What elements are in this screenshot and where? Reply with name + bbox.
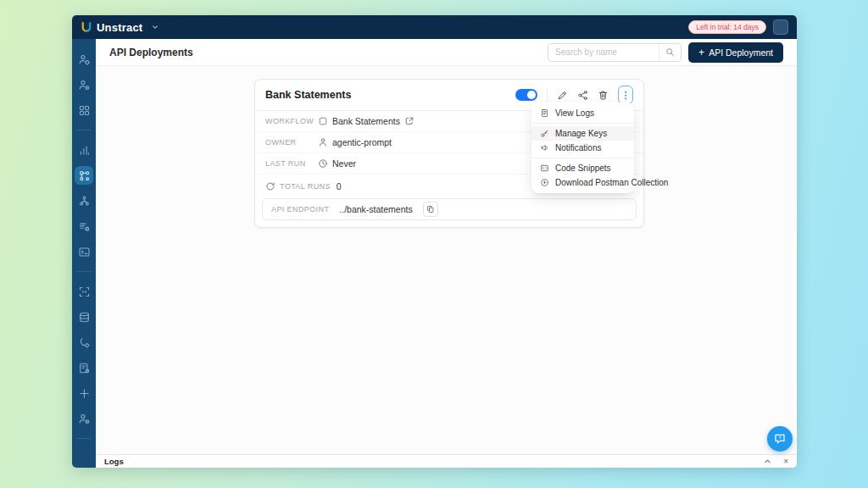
search-box (548, 43, 682, 62)
download-icon (540, 178, 549, 187)
add-api-deployment-button[interactable]: + API Deployment (688, 42, 783, 63)
trash-icon (598, 90, 609, 101)
org-nodes-icon (78, 195, 91, 208)
grid-icon (78, 104, 91, 117)
plus-icon: + (698, 47, 704, 58)
org-switcher[interactable]: Unstract (81, 21, 159, 34)
sidebar-item-users[interactable] (75, 75, 93, 94)
chat-question-icon: ? (773, 432, 787, 446)
scan-brackets-icon (78, 286, 91, 298)
more-actions-button[interactable]: ⋮ (618, 86, 633, 104)
vertical-dots-icon: ⋮ (621, 90, 631, 101)
help-chat-button[interactable]: ? (767, 426, 793, 452)
logs-bar: Logs × (96, 454, 797, 468)
api-endpoint-value: ../bank-statements (339, 204, 412, 214)
plus-icon (78, 387, 91, 400)
user-gear-icon (78, 53, 91, 66)
menu-item-download-postman[interactable]: Download Postman Collection (531, 175, 634, 190)
menu-item-manage-keys[interactable]: Manage Keys (531, 126, 634, 141)
menu-divider (531, 158, 634, 158)
sidebar-item-add[interactable] (75, 384, 93, 402)
close-icon: × (783, 457, 788, 466)
sidebar (72, 39, 96, 468)
chevron-up-icon (764, 458, 771, 465)
user-gear-icon (78, 413, 91, 425)
enable-toggle[interactable] (515, 89, 537, 101)
more-actions-menu: View Logs Manage Keys Notifications Code… (531, 103, 634, 193)
sidebar-divider (77, 130, 91, 130)
sidebar-item-capture[interactable] (75, 282, 93, 301)
user-gear-icon (78, 79, 91, 92)
logs-title: Logs (104, 457, 124, 466)
sidebar-item-account[interactable] (75, 409, 93, 428)
sidebar-item-documents[interactable] (75, 358, 93, 377)
sidebar-item-task-pipelines[interactable] (75, 217, 93, 236)
refresh-icon[interactable] (265, 181, 275, 191)
total-runs-value: 0 (337, 181, 342, 191)
top-navbar: Unstract Left in trial: 14 days (72, 15, 797, 39)
sidebar-divider (77, 438, 91, 439)
code-icon (540, 164, 549, 173)
hook-gear-icon (78, 336, 91, 349)
workflow-box-icon (318, 116, 328, 126)
logs-expand-button[interactable] (764, 458, 771, 465)
trial-badge: Left in trial: 14 days (688, 20, 766, 34)
megaphone-icon (540, 143, 549, 152)
page-title: API Deployments (109, 47, 193, 58)
copy-icon (426, 205, 435, 214)
menu-divider (531, 123, 634, 124)
sidebar-item-logs[interactable] (75, 242, 93, 261)
menu-item-view-logs[interactable]: View Logs (531, 106, 634, 120)
delete-button[interactable] (598, 90, 609, 101)
page-header: API Deployments + API Deployment (96, 39, 797, 66)
sidebar-item-functions[interactable] (75, 333, 93, 352)
terminal-icon (78, 246, 91, 258)
search-input[interactable] (548, 47, 659, 57)
pencil-icon (557, 90, 568, 101)
edit-button[interactable] (557, 90, 568, 101)
search-icon[interactable] (659, 44, 681, 61)
content-area: Bank Statements ⋮ WORKFLOW (96, 66, 797, 454)
bar-chart-icon (78, 144, 91, 157)
share-button[interactable] (577, 90, 588, 101)
sidebar-divider (77, 271, 91, 272)
sidebar-item-profiles[interactable] (75, 50, 93, 69)
app-window: Unstract Left in trial: 14 days (72, 15, 797, 468)
workflow-link: Bank Statements (332, 116, 400, 126)
external-link-icon[interactable] (404, 116, 415, 126)
sidebar-item-database[interactable] (75, 308, 93, 326)
document-gear-icon (78, 362, 91, 374)
deployment-title: Bank Statements (265, 89, 351, 101)
sidebar-item-dashboard[interactable] (75, 141, 93, 159)
list-gear-icon (78, 220, 91, 233)
file-text-icon (540, 108, 549, 118)
unstract-logo-icon (81, 21, 92, 33)
user-avatar[interactable] (773, 19, 788, 35)
key-icon (540, 129, 549, 138)
sidebar-item-workflows[interactable] (75, 191, 93, 210)
clock-icon (318, 158, 328, 169)
chevron-down-icon (152, 24, 159, 30)
svg-text:?: ? (778, 435, 781, 441)
user-icon (318, 137, 328, 147)
workflow-nodes-icon (78, 169, 91, 182)
divider (547, 88, 548, 102)
api-endpoint-box: API ENDPOINT ../bank-statements (262, 198, 637, 220)
logs-close-button[interactable]: × (783, 457, 788, 466)
share-icon (577, 90, 588, 101)
sidebar-item-api-deployments[interactable] (75, 166, 93, 185)
menu-item-code-snippets[interactable]: Code Snippets (531, 161, 634, 175)
navbar-right: Left in trial: 14 days (688, 19, 788, 35)
copy-endpoint-button[interactable] (423, 202, 438, 217)
menu-item-notifications[interactable]: Notifications (531, 141, 634, 155)
database-icon (78, 311, 91, 324)
sidebar-item-connectors[interactable] (75, 101, 93, 119)
brand-name: Unstract (97, 21, 142, 34)
